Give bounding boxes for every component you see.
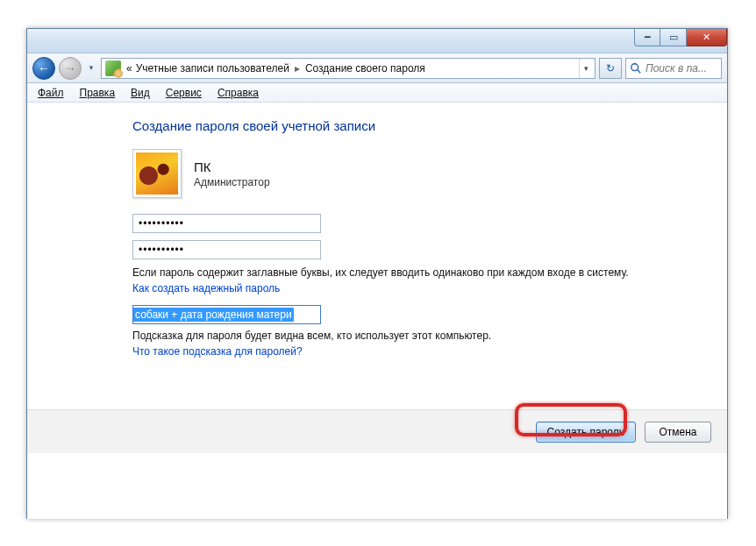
confirm-password-field[interactable] [132, 240, 321, 259]
user-accounts-icon [105, 60, 121, 76]
menu-tools[interactable]: Сервис [159, 85, 209, 101]
forward-button[interactable]: → [59, 57, 82, 80]
password-hint-selection: собаки + дата рождения матери [133, 308, 294, 322]
new-password-field[interactable] [132, 214, 321, 233]
address-bar[interactable]: « Учетные записи пользователей ▸ Создани… [101, 58, 596, 79]
search-icon [630, 62, 642, 74]
search-box[interactable] [625, 58, 722, 79]
breadcrumb-seg-create-password[interactable]: Создание своего пароля [303, 62, 427, 74]
blank-area [27, 453, 727, 519]
refresh-button[interactable]: ↻ [599, 58, 622, 79]
address-dropdown[interactable]: ▾ [579, 59, 593, 78]
control-panel-window: ━ ▭ ✕ ← → ▼ « Учетные записи пользовател… [26, 28, 728, 519]
what-is-hint-link[interactable]: Что такое подсказка для паролей? [132, 345, 303, 358]
user-role: Администратор [194, 176, 270, 188]
create-password-button[interactable]: Создать пароль [536, 422, 636, 443]
minimize-button[interactable]: ━ [634, 29, 660, 46]
breadcrumb-arrow: ▸ [291, 62, 303, 74]
content-area: Создание пароля своей учетной записи ПК … [27, 103, 727, 409]
breadcrumb-prefix: « [125, 62, 134, 74]
password-hint-field[interactable]: собаки + дата рождения матери [132, 305, 321, 324]
history-dropdown[interactable]: ▼ [85, 60, 97, 76]
search-input[interactable] [645, 62, 717, 74]
breadcrumb-seg-user-accounts[interactable]: Учетные записи пользователей [134, 62, 291, 74]
caps-lock-note: Если пароль содержит заглавные буквы, их… [132, 266, 706, 279]
close-button[interactable]: ✕ [687, 29, 727, 46]
avatar [132, 149, 182, 198]
avatar-image [136, 152, 178, 195]
cancel-button[interactable]: Отмена [645, 422, 711, 443]
navigation-bar: ← → ▼ « Учетные записи пользователей ▸ С… [27, 53, 727, 83]
refresh-icon: ↻ [606, 62, 615, 74]
svg-point-0 [631, 63, 638, 70]
back-button[interactable]: ← [32, 57, 55, 80]
hint-visibility-note: Подсказка для пароля будет видна всем, к… [132, 330, 706, 342]
titlebar: ━ ▭ ✕ [27, 29, 727, 53]
maximize-button[interactable]: ▭ [660, 29, 687, 46]
menu-view[interactable]: Вид [124, 85, 157, 101]
caption-buttons: ━ ▭ ✕ [634, 29, 727, 46]
footer-bar: Создать пароль Отмена [27, 409, 727, 453]
page-title: Создание пароля своей учетной записи [132, 118, 706, 133]
user-info-block: ПК Администратор [132, 149, 706, 198]
menu-edit[interactable]: Правка [73, 85, 123, 101]
svg-line-1 [638, 69, 641, 73]
menu-file[interactable]: Файл [31, 85, 71, 101]
menu-help[interactable]: Справка [210, 85, 266, 101]
user-name: ПК [194, 160, 270, 174]
menu-bar: Файл Правка Вид Сервис Справка [27, 83, 727, 103]
strong-password-link[interactable]: Как создать надежный пароль [132, 282, 280, 294]
